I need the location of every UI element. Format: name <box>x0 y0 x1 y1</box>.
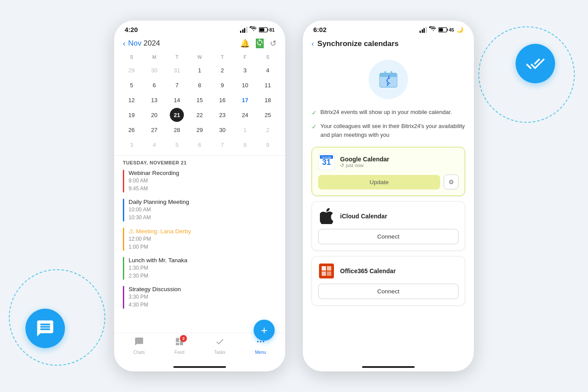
cal-day[interactable]: 8 <box>193 78 207 92</box>
google-service-name: Google Calendar <box>340 156 459 163</box>
event-bar-purple <box>123 286 124 309</box>
cal-day[interactable]: 26 <box>125 123 139 137</box>
cal-day[interactable]: 5 <box>170 138 184 152</box>
svg-text:Google: Google <box>322 156 332 159</box>
tab-chats[interactable]: Chats <box>133 337 145 355</box>
cal-day[interactable]: 4 <box>261 63 275 77</box>
svg-rect-11 <box>380 73 397 77</box>
event-times-strategy: 3:30 PM 4:30 PM <box>129 293 276 309</box>
cal-day[interactable]: 12 <box>125 93 139 107</box>
cal-day[interactable]: 29 <box>125 63 139 77</box>
cal-day[interactable]: 4 <box>147 138 161 152</box>
cal-day-21-today[interactable]: 21 <box>170 108 184 122</box>
sync-bullet-text-1: Bitrix24 events will show up in your mob… <box>320 108 452 117</box>
cal-day[interactable]: 28 <box>170 123 184 137</box>
office365-calendar-card: Office365 Calendar Connect <box>312 256 465 306</box>
event-name-webinar: Webinar Recording <box>129 170 276 176</box>
icloud-connect-button[interactable]: Connect <box>318 229 459 244</box>
cal-day[interactable]: 1 <box>193 63 207 77</box>
battery-icon: 81 <box>259 27 275 32</box>
cal-day[interactable]: 13 <box>147 93 161 107</box>
chats-icon <box>134 337 144 349</box>
google-update-button[interactable]: Update <box>318 175 440 189</box>
calendar-phone: 4:20 81 ‹ Nov 2024 🔔 <box>114 21 285 371</box>
cal-day[interactable]: 9 <box>261 138 275 152</box>
svg-point-6 <box>262 341 264 342</box>
event-times-webinar: 8:00 AM 9:45 AM <box>129 177 276 192</box>
cal-day[interactable]: 27 <box>147 123 161 137</box>
cal-day[interactable]: 15 <box>193 93 207 107</box>
checkmark-icon-2: ✓ <box>312 122 317 132</box>
cal-day[interactable]: 30 <box>215 123 229 137</box>
tab-tasks[interactable]: Tasks <box>214 337 226 355</box>
cal-day[interactable]: 5 <box>125 78 139 92</box>
google-calendar-card: 31 Google Google Calendar ↺ just now Upd… <box>312 147 465 196</box>
cal-day-17[interactable]: 17 <box>238 93 252 107</box>
cal-day[interactable]: 7 <box>170 78 184 92</box>
signal-icon <box>240 27 247 33</box>
refresh-icon[interactable]: ↺ <box>270 39 276 48</box>
tab-feed[interactable]: 2 Feed <box>175 337 185 355</box>
calendar-sync-illustration <box>376 68 400 91</box>
cal-day[interactable]: 24 <box>238 108 252 122</box>
cal-day[interactable]: 2 <box>215 63 229 77</box>
google-service-info: Google Calendar ↺ just now <box>340 156 459 168</box>
sync-icon-button[interactable] <box>256 39 264 48</box>
cal-day[interactable]: 23 <box>215 108 229 122</box>
event-times-planning: 10:00 AM 10:30 AM <box>129 206 276 221</box>
calendar-content: S M T W T F S 29 30 31 1 2 3 4 5 6 7 <box>114 53 285 333</box>
calendar-nav[interactable]: ‹ Nov 2024 <box>123 39 160 48</box>
sync-bullet-text-2: Your colleagues will see in their Bitrix… <box>320 122 465 139</box>
back-chevron-icon[interactable]: ‹ <box>312 40 314 48</box>
cal-day[interactable]: 8 <box>238 138 252 152</box>
office365-connect-button[interactable]: Connect <box>318 284 459 299</box>
cal-day[interactable]: 7 <box>215 138 229 152</box>
event-tanaka[interactable]: Lunch with Mr. Tanaka 1:30 PM 2:30 PM <box>123 257 276 280</box>
apple-logo <box>318 208 335 225</box>
cal-day[interactable]: 30 <box>147 63 161 77</box>
bell-icon[interactable]: 🔔 <box>240 39 250 48</box>
svg-rect-9 <box>447 29 448 30</box>
cal-day[interactable]: 16 <box>215 93 229 107</box>
calendar-month-year: Nov 2024 <box>128 39 160 48</box>
fab-add-button[interactable]: + <box>254 320 275 341</box>
cal-illustration <box>312 60 465 99</box>
svg-point-4 <box>257 341 258 342</box>
cal-day[interactable]: 29 <box>193 123 207 137</box>
cal-day[interactable]: 20 <box>147 108 161 122</box>
event-bar-blue <box>123 199 124 221</box>
svg-rect-21 <box>322 271 326 276</box>
cal-day[interactable]: 22 <box>193 108 207 122</box>
cal-day[interactable]: 25 <box>261 108 275 122</box>
weekday-labels: S M T W T F S <box>120 53 279 61</box>
event-name-lana: ⚠Meeting: Lana Derby <box>129 228 276 235</box>
google-settings-button[interactable]: ⚙ <box>444 175 459 189</box>
cal-day[interactable]: 3 <box>125 138 139 152</box>
event-info-strategy: Strategy Discussion 3:30 PM 4:30 PM <box>129 286 276 309</box>
wifi-icon-right <box>429 26 436 33</box>
event-bar-red <box>123 170 124 192</box>
cal-day[interactable]: 2 <box>261 123 275 137</box>
event-times-tanaka: 1:30 PM 2:30 PM <box>129 264 276 280</box>
cal-day[interactable]: 11 <box>261 78 275 92</box>
event-planning[interactable]: Daily Planning Meeting 10:00 AM 10:30 AM <box>123 199 276 221</box>
event-strategy[interactable]: Strategy Discussion 3:30 PM 4:30 PM <box>123 286 276 309</box>
cal-day[interactable]: 19 <box>125 108 139 122</box>
event-webinar[interactable]: Webinar Recording 8:00 AM 9:45 AM <box>123 170 276 192</box>
battery-icon-right: 45 <box>438 27 454 32</box>
cal-day[interactable]: 6 <box>193 138 207 152</box>
cal-day[interactable]: 9 <box>215 78 229 92</box>
cal-day[interactable]: 1 <box>238 123 252 137</box>
cal-day[interactable]: 10 <box>238 78 252 92</box>
cal-day[interactable]: 31 <box>170 63 184 77</box>
events-section: TUESDAY, NOVEMBER 21 Webinar Recording 8… <box>114 155 285 309</box>
event-lana[interactable]: ⚠Meeting: Lana Derby 12:00 PM 1:00 PM <box>123 228 276 251</box>
office365-service-top: Office365 Calendar <box>318 263 459 279</box>
cal-day[interactable]: 18 <box>261 93 275 107</box>
cal-day[interactable]: 3 <box>238 63 252 77</box>
svg-text:31: 31 <box>322 158 331 167</box>
prev-month-button[interactable]: ‹ <box>123 39 125 48</box>
cal-day[interactable]: 14 <box>170 93 184 107</box>
cal-day[interactable]: 6 <box>147 78 161 92</box>
time-right: 6:02 <box>313 26 326 33</box>
